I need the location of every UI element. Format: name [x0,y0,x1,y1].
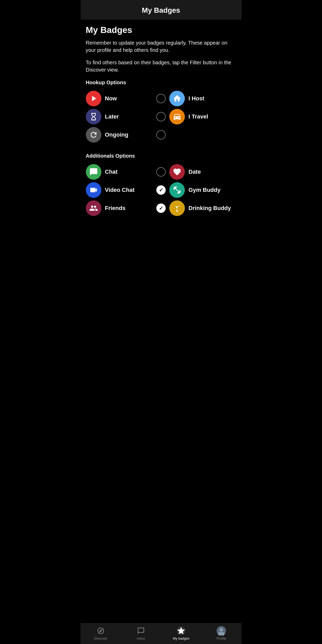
svg-marker-0 [92,96,96,101]
ihost-icon [169,91,185,106]
list-item: Chat [86,164,153,180]
list-item: Friends [86,200,153,216]
later-label: Later [105,113,119,120]
description-2: To find others based on their badges, ta… [86,59,236,73]
hookup-section-title: Hookup Options [86,80,236,86]
drinkingbuddy-icon [169,200,185,216]
header-title: My Badges [142,6,180,14]
ongoing-label: Ongoing [105,131,128,138]
now-icon [86,91,101,106]
later-checkbox[interactable] [156,112,166,121]
list-item: Drinking Buddy [169,200,236,216]
now-label: Now [105,95,117,102]
additionals-section: Additionals Options Chat Date [86,153,236,216]
hookup-badge-grid: Now I Host Later [86,91,236,143]
list-item: Date [169,164,236,180]
list-item: I Host [169,91,236,106]
table-row: Now I Host [86,91,236,106]
friends-icon [86,200,101,216]
itravel-icon [169,109,185,124]
page-title: My Badges [86,25,236,35]
table-row: Friends Drinking Buddy [86,200,236,216]
later-icon [86,109,101,124]
chat-checkbox[interactable] [156,167,166,177]
list-item: I Travel [169,109,236,124]
ihost-label: I Host [188,95,204,102]
gymbuddy-icon [169,182,185,198]
ongoing-checkbox[interactable] [156,130,166,139]
table-row: Ongoing [86,127,236,143]
videochat-checkbox[interactable] [156,185,166,195]
additionals-badge-grid: Chat Date Video Chat [86,164,236,216]
table-row: Video Chat Gym Buddy [86,182,236,198]
hookup-section: Hookup Options Now I Host [86,80,236,143]
date-label: Date [188,169,201,175]
date-icon [169,164,185,180]
additionals-section-title: Additionals Options [86,153,236,159]
table-row: Chat Date [86,164,236,180]
friends-label: Friends [105,205,125,212]
videochat-icon [86,182,101,198]
main-content: My Badges Remember to update your badges… [81,20,242,252]
description-1: Remember to update your badges regularly… [86,39,236,54]
drinkingbuddy-label: Drinking Buddy [188,205,231,212]
ongoing-icon [86,127,101,143]
gymbuddy-label: Gym Buddy [188,187,220,193]
list-item: Now [86,91,153,106]
itravel-label: I Travel [188,113,208,120]
list-item: Gym Buddy [169,182,236,198]
list-item: Video Chat [86,182,153,198]
list-item: Ongoing [86,127,153,143]
videochat-label: Video Chat [105,187,135,193]
chat-icon [86,164,101,180]
list-item: Later [86,109,153,124]
friends-checkbox[interactable] [156,204,166,213]
app-header: My Badges [81,0,242,20]
table-row: Later I Travel [86,109,236,124]
chat-label: Chat [105,169,118,175]
now-checkbox[interactable] [156,94,166,103]
